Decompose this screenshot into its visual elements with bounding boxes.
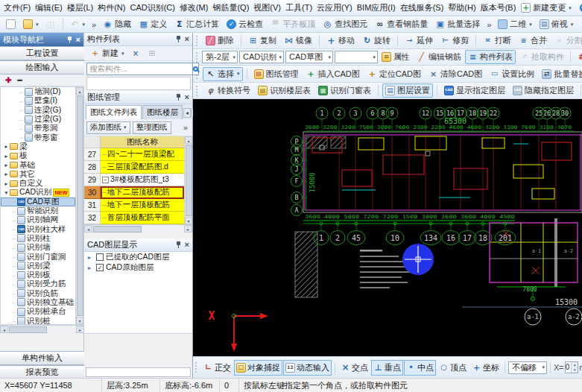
move-button[interactable]: 移动 — [323, 34, 358, 48]
perpendicular-toggle[interactable]: 垂点 — [371, 360, 403, 376]
new-component-button[interactable]: 新建▾ — [87, 46, 127, 60]
view-2d-button[interactable]: 二维▾ — [495, 17, 535, 31]
drawing-row[interactable]: 27─四~二十一层顶梁配 — [84, 148, 184, 161]
vertex-toggle[interactable]: 顶点 — [437, 360, 469, 376]
cad-viewport[interactable]: 1236891215161718192225262830PMKJFBA12451… — [193, 99, 582, 356]
scrollbar-thumb[interactable] — [9, 326, 47, 333]
menu-item-bim-app[interactable]: BIM应用(I) — [355, 1, 398, 15]
spinner-arrows-icon[interactable]: ▴▾ — [571, 362, 578, 373]
sidebar-item-other[interactable]: ▸其它 — [1, 170, 75, 179]
offset-mode-select[interactable]: 不偏移▾ — [508, 361, 547, 374]
edit-rebar-button[interactable]: 编辑钢筋 — [414, 50, 464, 64]
tree-vertical-scrollbar[interactable]: ▴▾ — [75, 87, 83, 324]
sidebar-item-custom[interactable]: ▸自定义 — [1, 179, 75, 188]
layer-settings-button[interactable]: 图层设置 — [382, 83, 433, 98]
extend-button[interactable]: 延伸 — [402, 34, 436, 48]
pick-component-button[interactable]: 拾取构件 — [516, 50, 567, 64]
collapse-box-icon[interactable]: − — [102, 177, 109, 183]
sidebar-item-wall-hole[interactable]: –墙洞(D) — [1, 87, 75, 96]
drawing-row[interactable]: 31─地下一层顶板配筋 — [84, 199, 184, 212]
two-points-button[interactable]: 两点 — [574, 50, 582, 64]
recognize-floor-table-button[interactable]: 识别楼层表 — [255, 83, 314, 98]
add-drawing-button[interactable]: 添加图纸▾ — [86, 121, 130, 134]
sidebar-item-recognize-main-rebar[interactable]: –识别受力筋 — [1, 279, 75, 288]
menubar-new-change-button[interactable]: 新建变更▾ — [518, 1, 575, 15]
menu-item-view[interactable]: 视图(V) — [251, 1, 283, 15]
batch-select-button[interactable]: 批量选择 — [432, 17, 483, 31]
search-component-input[interactable] — [86, 63, 192, 75]
close-icon[interactable]: × — [185, 35, 189, 43]
drawing-row[interactable]: 29−3#楼板配筋图_t3 — [84, 174, 184, 186]
close-icon[interactable]: × — [185, 93, 189, 101]
drawing-row[interactable]: 28─三层顶梁配筋图.d — [84, 161, 184, 174]
sidebar-item-beam[interactable]: ▸梁 — [1, 142, 75, 151]
recognize-door-window-table-button[interactable]: 识别门窗表 — [315, 83, 374, 98]
bottom-input[interactable] — [86, 367, 191, 377]
scroll-left-icon[interactable]: ◂ — [84, 225, 92, 233]
scrollbar-thumb[interactable] — [93, 226, 142, 233]
dynamic-input-toggle[interactable]: 动态输入 — [283, 360, 332, 376]
ortho-toggle[interactable]: 正交 — [201, 360, 233, 376]
actions-overflow-button[interactable]: » — [181, 123, 190, 132]
menubar-assistant-button[interactable]: 广小二 — [577, 1, 582, 15]
split-button[interactable]: 分割 — [551, 34, 582, 48]
undo-button[interactable]: ▾ — [67, 18, 89, 31]
menu-item-edit[interactable]: 编辑(E) — [33, 1, 65, 15]
pin-icon[interactable] — [175, 241, 182, 249]
sidebar-item-recognize-wall[interactable]: –识别墙 — [1, 243, 75, 252]
select-button[interactable]: 选择▾ — [203, 67, 243, 81]
scrollbar-thumb[interactable] — [186, 145, 192, 216]
sidebar-item-lintel[interactable]: –过梁(G) — [1, 115, 75, 124]
copy-component-button[interactable] — [145, 47, 160, 60]
drawing-input-button[interactable]: 绘图输入 — [0, 60, 84, 75]
close-icon[interactable]: × — [76, 36, 80, 44]
expand-all-icon[interactable]: ✚ — [5, 77, 11, 84]
convert-symbol-button[interactable]: 转换符号 — [203, 83, 253, 98]
intersection-toggle[interactable]: 交点 — [338, 360, 370, 376]
batch-replace-button[interactable]: 批量替换 — [539, 67, 582, 81]
menu-item-modify[interactable]: 修改(M) — [177, 1, 211, 15]
single-component-input-button[interactable]: 单构件输入 — [0, 351, 84, 365]
sidebar-item-cad-recognition[interactable]: ▾CAD识别NEW — [1, 188, 75, 197]
sidebar-item-coupling-beam[interactable]: –连梁(G) — [1, 106, 75, 115]
find-element-button[interactable]: 查找图元 — [320, 17, 370, 31]
sidebar-item-foundation[interactable]: ▸基础 — [1, 160, 75, 169]
drawing-name-header[interactable]: 图纸名称 — [101, 136, 184, 148]
category-select[interactable]: CAD识别▾ — [239, 51, 284, 63]
orbit-button[interactable]: 动态观察 — [578, 17, 582, 31]
sidebar-item-niche[interactable]: –壁龛(I) — [1, 96, 75, 105]
organize-drawing-button[interactable]: 整理图纸 — [133, 121, 171, 134]
save-button[interactable] — [43, 18, 59, 31]
sidebar-item-recognize-door-window[interactable]: –识别门窗洞 — [1, 252, 75, 261]
scroll-up-icon[interactable]: ▴ — [76, 87, 83, 95]
tab-drawing-file-list[interactable]: 图纸文件列表 — [86, 105, 142, 119]
sidebar-item-recognize-slab[interactable]: –识别板 — [1, 271, 75, 279]
object-snap-toggle[interactable]: 对象捕捉 — [234, 360, 282, 376]
pin-icon[interactable] — [175, 93, 182, 101]
align-slab-top-button[interactable]: 平齐板顶 — [268, 17, 318, 31]
scroll-right-icon[interactable]: ▸ — [76, 326, 84, 333]
expand-icon[interactable]: ▸ — [88, 254, 94, 261]
cad-drawing[interactable]: 1236891215161718192225262830PMKJFBA12451… — [193, 99, 582, 356]
delete-button[interactable]: 删除 — [203, 34, 237, 48]
sidebar-item-strip-window[interactable]: –带形窗 — [1, 133, 75, 142]
break-button[interactable]: 打断 — [480, 34, 514, 48]
set-scale-button[interactable]: 设置比例 — [487, 67, 537, 81]
checkbox-checked[interactable] — [96, 264, 104, 271]
sidebar-item-recognize-column-sample[interactable]: –识别柱大样 — [1, 224, 75, 233]
component-list-button[interactable]: 构件列表 — [465, 50, 516, 64]
menu-item-tools[interactable]: 工具(T) — [283, 1, 314, 15]
summary-calc-button[interactable]: 汇总计算 — [171, 17, 222, 31]
sidebar-item-strip-hole[interactable]: –带形洞 — [1, 124, 75, 133]
search-button[interactable] — [192, 63, 199, 75]
sidebar-item-smart-recognize[interactable]: –智能识别 — [1, 206, 75, 215]
menu-item-rebar-quantity[interactable]: 钢筋量(Q) — [210, 1, 251, 15]
sidebar-item-recognize-pile[interactable]: –识别桩 — [1, 316, 75, 324]
tab-scroll-left-icon[interactable]: ◂ — [183, 108, 191, 118]
show-specified-layer-button[interactable]: 显示指定图层 — [441, 83, 508, 98]
merge-button[interactable]: 合并 — [516, 34, 550, 48]
trim-button[interactable]: 修剪 — [437, 34, 472, 48]
toolbar-overflow-button-2[interactable]: » — [484, 20, 493, 29]
project-settings-button[interactable]: 工程设置 — [0, 46, 84, 60]
view-top-button[interactable]: 俯视▾ — [537, 17, 577, 31]
